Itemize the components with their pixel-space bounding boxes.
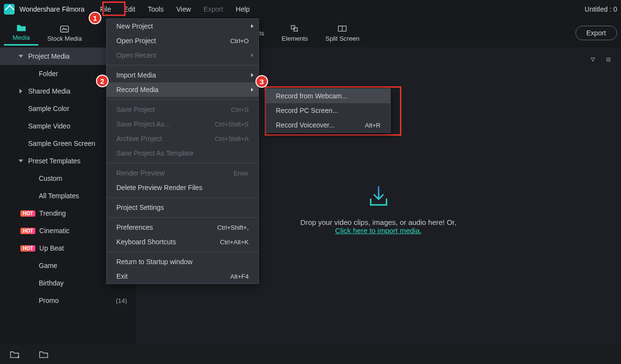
import-link[interactable]: Click here to import media. (335, 226, 421, 235)
tab-elements[interactable]: Elements (273, 21, 317, 45)
chevron-down-icon (18, 159, 23, 162)
svg-point-12 (609, 59, 610, 60)
menu-view[interactable]: View (171, 3, 197, 15)
chevron-right-icon (251, 24, 254, 28)
svg-rect-2 (294, 28, 297, 31)
file-menu-dropdown: New Project Open ProjectCtrl+O Open Rece… (106, 18, 259, 284)
folder-icon[interactable] (39, 350, 48, 359)
chevron-right-icon (251, 73, 254, 77)
menu-archive-project[interactable]: Archive ProjectCtrl+Shift+A (107, 131, 258, 146)
svg-point-11 (608, 59, 609, 60)
marker-3: 3 (255, 75, 268, 88)
menu-keyboard-shortcuts[interactable]: Keyboard ShortcutsCtrl+Alt+K (107, 235, 258, 249)
menu-open-recent[interactable]: Open Recent (107, 48, 258, 63)
separator (107, 163, 258, 163)
folder-icon (16, 23, 27, 32)
menu-new-project[interactable]: New Project (107, 19, 258, 33)
stock-icon (59, 24, 70, 33)
tab-media[interactable]: Media (4, 20, 38, 46)
new-folder-icon[interactable] (10, 350, 19, 359)
menu-project-settings[interactable]: Project Settings (107, 200, 258, 215)
menu-exit[interactable]: ExitAlt+F4 (107, 269, 258, 284)
menubar: File Edit Tools View Export Help (94, 3, 255, 15)
menu-tools[interactable]: Tools (142, 3, 170, 15)
document-title: Untitled : 0 (585, 5, 617, 13)
split-screen-icon (337, 24, 348, 33)
svg-point-7 (606, 58, 607, 59)
chevron-right-icon (251, 88, 254, 92)
sidebar-item-promo[interactable]: Promo(14) (0, 292, 136, 309)
svg-point-13 (606, 61, 607, 62)
menu-export[interactable]: Export (198, 3, 229, 15)
hot-badge: HOT (20, 228, 35, 234)
svg-point-9 (609, 58, 610, 59)
drop-text: Drop your video clips, images, or audio … (301, 218, 457, 235)
menu-render-preview[interactable]: Render PreviewEnter (107, 166, 258, 180)
chevron-down-icon (18, 55, 23, 58)
download-icon (365, 182, 392, 209)
promo-count: (14) (116, 297, 127, 304)
grid-icon[interactable] (604, 55, 613, 64)
tab-split-screen[interactable]: Split Screen (317, 21, 368, 45)
separator (107, 99, 258, 100)
submenu-record-voiceover[interactable]: Record Voiceover...Alt+R (266, 118, 390, 132)
separator (107, 252, 258, 252)
filter-icon[interactable] (588, 55, 598, 64)
menu-save-template[interactable]: Save Project As Template (107, 146, 258, 160)
record-media-submenu: Record from Webcam... Record PC Screen..… (266, 88, 391, 133)
marker-1: 1 (89, 12, 101, 24)
export-button[interactable]: Export (575, 26, 617, 40)
svg-point-14 (608, 61, 609, 62)
svg-point-15 (609, 61, 610, 62)
submenu-record-webcam[interactable]: Record from Webcam... (266, 89, 390, 103)
menu-preferences[interactable]: PreferencesCtrl+Shift+, (107, 220, 258, 235)
menu-return-startup[interactable]: Return to Startup window (107, 254, 258, 269)
chevron-right-icon (19, 89, 22, 94)
app-logo (4, 4, 15, 15)
menu-open-project[interactable]: Open ProjectCtrl+O (107, 33, 258, 48)
elements-icon (289, 24, 300, 33)
menu-save-project[interactable]: Save ProjectCtrl+S (107, 102, 258, 117)
app-title: Wondershare Filmora (19, 5, 84, 13)
svg-rect-1 (291, 25, 295, 29)
menu-help[interactable]: Help (230, 3, 255, 15)
separator (107, 197, 258, 198)
marker-2: 2 (96, 75, 109, 87)
hot-badge: HOT (20, 245, 35, 252)
menu-edit[interactable]: Edit (118, 3, 141, 15)
menu-record-media[interactable]: Record Media (107, 82, 258, 97)
svg-point-8 (608, 58, 609, 59)
submenu-record-pc-screen[interactable]: Record PC Screen... (266, 103, 390, 118)
bottombar (0, 345, 621, 364)
hot-badge: HOT (20, 210, 35, 217)
menu-import-media[interactable]: Import Media (107, 68, 258, 82)
svg-point-10 (606, 59, 607, 60)
separator (107, 65, 258, 65)
chevron-right-icon (251, 53, 254, 57)
separator (107, 217, 258, 218)
menu-delete-render[interactable]: Delete Preview Render Files (107, 180, 258, 195)
tab-stock-media[interactable]: Stock Media (38, 21, 91, 45)
menu-save-project-as[interactable]: Save Project As...Ctrl+Shift+S (107, 117, 258, 131)
